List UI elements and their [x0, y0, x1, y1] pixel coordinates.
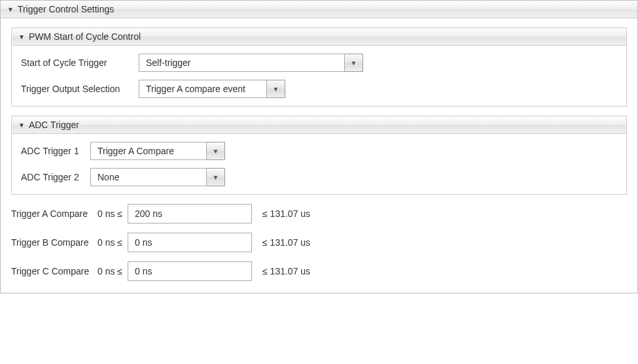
trigger-control-settings-title: Trigger Control Settings	[18, 4, 114, 14]
trigger-a-compare-min: 0 ns ≤	[97, 208, 122, 219]
trigger-control-settings-header[interactable]: ▼ Trigger Control Settings	[1, 1, 637, 18]
trigger-output-selection-value: Trigger A compare event	[139, 80, 267, 98]
disclosure-down-icon: ▼	[18, 33, 25, 41]
caret-down-icon: ▼	[351, 59, 357, 67]
caret-down-icon: ▼	[213, 174, 219, 181]
pwm-start-cycle-panel: ▼ PWM Start of Cycle Control Start of Cy…	[11, 27, 627, 107]
trigger-b-compare-row: Trigger B Compare 0 ns ≤ ≤ 131.07 us	[11, 233, 627, 252]
adc-trigger-1-dropdown-button[interactable]: ▼	[207, 142, 225, 160]
pwm-start-cycle-header[interactable]: ▼ PWM Start of Cycle Control	[12, 28, 626, 46]
start-cycle-trigger-select[interactable]: Self-trigger ▼	[139, 54, 363, 72]
adc-trigger-2-value: None	[90, 168, 207, 186]
trigger-a-compare-input[interactable]	[128, 204, 252, 223]
trigger-output-selection-label: Trigger Output Selection	[21, 84, 132, 94]
caret-down-icon: ▼	[273, 86, 279, 93]
trigger-b-compare-label: Trigger B Compare	[11, 237, 94, 248]
adc-trigger-panel: ▼ ADC Trigger ADC Trigger 1 Trigger A Co…	[11, 116, 627, 195]
adc-trigger-header[interactable]: ▼ ADC Trigger	[12, 116, 626, 134]
caret-down-icon: ▼	[213, 148, 219, 155]
trigger-b-compare-max: ≤ 131.07 us	[262, 237, 310, 248]
trigger-control-settings-body: ▼ PWM Start of Cycle Control Start of Cy…	[1, 18, 637, 293]
adc-trigger-1-value: Trigger A Compare	[90, 142, 207, 160]
trigger-b-compare-min: 0 ns ≤	[97, 237, 122, 248]
trigger-c-compare-min: 0 ns ≤	[97, 266, 122, 276]
trigger-c-compare-input[interactable]	[128, 261, 252, 281]
disclosure-down-icon: ▼	[18, 122, 25, 129]
trigger-output-selection-dropdown-button[interactable]: ▼	[267, 80, 285, 98]
trigger-a-compare-max: ≤ 131.07 us	[262, 208, 310, 219]
start-cycle-trigger-value: Self-trigger	[139, 54, 345, 72]
trigger-output-selection-select[interactable]: Trigger A compare event ▼	[139, 80, 285, 98]
trigger-b-compare-input[interactable]	[128, 233, 252, 252]
start-cycle-trigger-label: Start of Cycle Trigger	[21, 58, 132, 68]
adc-trigger-body: ADC Trigger 1 Trigger A Compare ▼ ADC Tr…	[12, 134, 626, 194]
start-cycle-trigger-dropdown-button[interactable]: ▼	[345, 54, 363, 72]
adc-trigger-2-label: ADC Trigger 2	[21, 172, 84, 182]
trigger-control-settings-panel: ▼ Trigger Control Settings ▼ PWM Start o…	[0, 0, 638, 293]
pwm-start-cycle-title: PWM Start of Cycle Control	[29, 31, 141, 42]
trigger-a-compare-label: Trigger A Compare	[11, 208, 94, 219]
trigger-c-compare-row: Trigger C Compare 0 ns ≤ ≤ 131.07 us	[11, 261, 627, 281]
adc-trigger-title: ADC Trigger	[29, 120, 79, 130]
trigger-c-compare-max: ≤ 131.07 us	[262, 266, 310, 276]
adc-trigger-2-select[interactable]: None ▼	[90, 168, 225, 186]
trigger-a-compare-row: Trigger A Compare 0 ns ≤ ≤ 131.07 us	[11, 204, 627, 223]
disclosure-down-icon: ▼	[7, 6, 14, 13]
adc-trigger-2-dropdown-button[interactable]: ▼	[207, 168, 225, 186]
adc-trigger-1-select[interactable]: Trigger A Compare ▼	[90, 142, 225, 160]
adc-trigger-1-label: ADC Trigger 1	[21, 146, 84, 156]
pwm-start-cycle-body: Start of Cycle Trigger Self-trigger ▼ Tr…	[12, 46, 626, 106]
trigger-c-compare-label: Trigger C Compare	[11, 266, 94, 276]
